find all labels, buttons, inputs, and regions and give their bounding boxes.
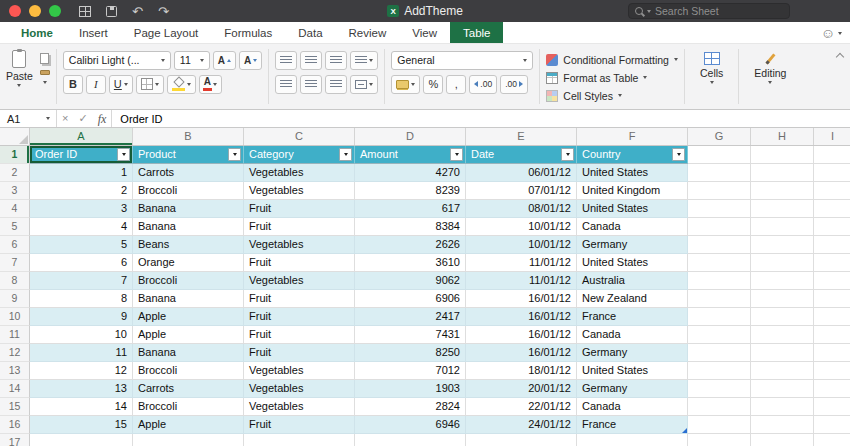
cell-B13[interactable]: Broccoli bbox=[133, 362, 244, 380]
cell-D14[interactable]: 1903 bbox=[355, 380, 466, 398]
cell-I7[interactable] bbox=[814, 254, 850, 272]
cell-G14[interactable] bbox=[688, 380, 751, 398]
cancel-icon[interactable]: × bbox=[62, 113, 68, 124]
name-box[interactable]: A1 bbox=[0, 110, 56, 127]
cell-E7[interactable]: 11/01/12 bbox=[466, 254, 577, 272]
cell-H6[interactable] bbox=[751, 236, 814, 254]
cell-B8[interactable]: Broccoli bbox=[133, 272, 244, 290]
cell-H7[interactable] bbox=[751, 254, 814, 272]
borders-button[interactable] bbox=[136, 75, 164, 94]
cell-D5[interactable]: 8384 bbox=[355, 218, 466, 236]
cell-B5[interactable]: Banana bbox=[133, 218, 244, 236]
cell-H2[interactable] bbox=[751, 164, 814, 182]
cell-G11[interactable] bbox=[688, 326, 751, 344]
cell-H11[interactable] bbox=[751, 326, 814, 344]
cell-A14[interactable]: 13 bbox=[30, 380, 133, 398]
row-header-11[interactable]: 11 bbox=[0, 326, 30, 344]
cell-F1[interactable]: Country bbox=[577, 146, 688, 164]
cell-A17[interactable] bbox=[30, 434, 133, 446]
copy-button[interactable] bbox=[40, 53, 49, 64]
cell-E13[interactable]: 18/01/12 bbox=[466, 362, 577, 380]
cell-G13[interactable] bbox=[688, 362, 751, 380]
cell-E16[interactable]: 24/01/12 bbox=[466, 416, 577, 434]
column-header-I[interactable]: I bbox=[814, 128, 850, 145]
cell-D4[interactable]: 617 bbox=[355, 200, 466, 218]
cell-E10[interactable]: 16/01/12 bbox=[466, 308, 577, 326]
percent-style-button[interactable]: % bbox=[423, 75, 443, 94]
column-header-F[interactable]: F bbox=[577, 128, 688, 145]
cell-G15[interactable] bbox=[688, 398, 751, 416]
cell-H4[interactable] bbox=[751, 200, 814, 218]
cell-E12[interactable]: 16/01/12 bbox=[466, 344, 577, 362]
cell-I11[interactable] bbox=[814, 326, 850, 344]
tab-data[interactable]: Data bbox=[285, 22, 335, 43]
filter-button[interactable] bbox=[561, 148, 574, 161]
cell-E9[interactable]: 16/01/12 bbox=[466, 290, 577, 308]
cell-F9[interactable]: New Zealand bbox=[577, 290, 688, 308]
cell-E8[interactable]: 11/01/12 bbox=[466, 272, 577, 290]
cell-C13[interactable]: Vegetables bbox=[244, 362, 355, 380]
cell-F3[interactable]: United Kingdom bbox=[577, 182, 688, 200]
row-header-8[interactable]: 8 bbox=[0, 272, 30, 290]
cell-H5[interactable] bbox=[751, 218, 814, 236]
cell-F7[interactable]: United States bbox=[577, 254, 688, 272]
cell-C12[interactable]: Fruit bbox=[244, 344, 355, 362]
cell-G4[interactable] bbox=[688, 200, 751, 218]
fill-color-button[interactable] bbox=[167, 75, 196, 94]
cell-A1[interactable]: Order ID bbox=[30, 146, 133, 164]
cell-F17[interactable] bbox=[577, 434, 688, 446]
cell-G3[interactable] bbox=[688, 182, 751, 200]
cell-E11[interactable]: 16/01/12 bbox=[466, 326, 577, 344]
cell-A7[interactable]: 6 bbox=[30, 254, 133, 272]
feedback-button[interactable]: ☺ bbox=[821, 22, 842, 44]
zoom-button[interactable] bbox=[49, 5, 61, 17]
cell-D2[interactable]: 4270 bbox=[355, 164, 466, 182]
cell-G8[interactable] bbox=[688, 272, 751, 290]
cell-I15[interactable] bbox=[814, 398, 850, 416]
column-header-D[interactable]: D bbox=[355, 128, 466, 145]
cell-A16[interactable]: 15 bbox=[30, 416, 133, 434]
underline-button[interactable]: U bbox=[109, 75, 133, 94]
cell-G9[interactable] bbox=[688, 290, 751, 308]
cell-H3[interactable] bbox=[751, 182, 814, 200]
column-header-H[interactable]: H bbox=[751, 128, 814, 145]
tab-formulas[interactable]: Formulas bbox=[211, 22, 285, 43]
cell-B6[interactable]: Beans bbox=[133, 236, 244, 254]
merge-center-button[interactable] bbox=[350, 75, 378, 94]
save-icon[interactable] bbox=[106, 6, 117, 17]
cell-H12[interactable] bbox=[751, 344, 814, 362]
cell-C4[interactable]: Fruit bbox=[244, 200, 355, 218]
cell-B16[interactable]: Apple bbox=[133, 416, 244, 434]
column-header-E[interactable]: E bbox=[466, 128, 577, 145]
cell-H15[interactable] bbox=[751, 398, 814, 416]
cell-D13[interactable]: 7012 bbox=[355, 362, 466, 380]
cell-F16[interactable]: France bbox=[577, 416, 688, 434]
cell-F5[interactable]: Canada bbox=[577, 218, 688, 236]
cell-H17[interactable] bbox=[751, 434, 814, 446]
cell-D7[interactable]: 3610 bbox=[355, 254, 466, 272]
cell-F8[interactable]: Australia bbox=[577, 272, 688, 290]
format-as-table-button[interactable]: Format as Table bbox=[546, 69, 678, 86]
cell-B17[interactable] bbox=[133, 434, 244, 446]
cell-A9[interactable]: 8 bbox=[30, 290, 133, 308]
enter-icon[interactable]: ✓ bbox=[78, 113, 87, 124]
clipboard-more-arrow-icon[interactable] bbox=[43, 81, 47, 84]
filter-button[interactable] bbox=[339, 148, 352, 161]
cell-D12[interactable]: 8250 bbox=[355, 344, 466, 362]
cell-F10[interactable]: France bbox=[577, 308, 688, 326]
tab-home[interactable]: Home bbox=[8, 22, 66, 43]
cell-I8[interactable] bbox=[814, 272, 850, 290]
cell-A2[interactable]: 1 bbox=[30, 164, 133, 182]
paste-button[interactable]: Paste bbox=[6, 48, 33, 107]
cell-C7[interactable]: Fruit bbox=[244, 254, 355, 272]
cell-C17[interactable] bbox=[244, 434, 355, 446]
cell-I1[interactable] bbox=[814, 146, 850, 164]
row-header-3[interactable]: 3 bbox=[0, 182, 30, 200]
cell-G7[interactable] bbox=[688, 254, 751, 272]
cell-C8[interactable]: Vegetables bbox=[244, 272, 355, 290]
tab-insert[interactable]: Insert bbox=[66, 22, 121, 43]
row-header-10[interactable]: 10 bbox=[0, 308, 30, 326]
cell-F4[interactable]: United States bbox=[577, 200, 688, 218]
cell-F15[interactable]: Canada bbox=[577, 398, 688, 416]
column-header-C[interactable]: C bbox=[244, 128, 355, 145]
